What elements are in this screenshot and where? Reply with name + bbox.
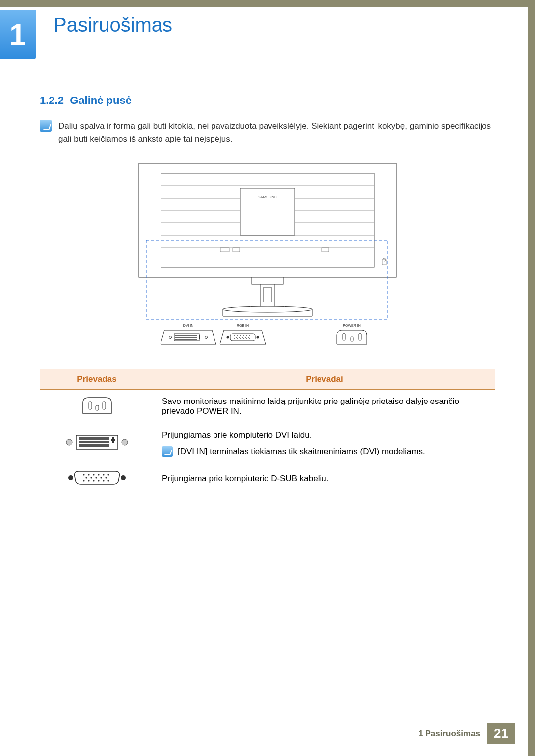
inline-note: [DVI IN] terminalas tiekiamas tik skaitm… bbox=[162, 446, 487, 457]
svg-point-36 bbox=[249, 335, 250, 336]
svg-point-45 bbox=[243, 338, 244, 339]
svg-point-34 bbox=[243, 335, 244, 336]
power-port-detail bbox=[337, 330, 367, 344]
svg-point-30 bbox=[257, 336, 259, 338]
svg-rect-14 bbox=[252, 277, 283, 284]
svg-point-66 bbox=[93, 474, 94, 475]
footer-page-number: 21 bbox=[487, 723, 515, 744]
dvi-port-icon bbox=[62, 432, 132, 452]
ports-table: Prievadas Prievadai Savo monitoriaus mai bbox=[40, 369, 495, 495]
svg-point-72 bbox=[95, 477, 97, 478]
svg-rect-28 bbox=[199, 335, 200, 339]
port-description: Prijungiamas prie kompiuterio DVI laidu. bbox=[162, 430, 487, 440]
svg-point-38 bbox=[239, 337, 240, 338]
svg-point-80 bbox=[107, 480, 109, 481]
note-icon bbox=[40, 120, 52, 132]
svg-point-67 bbox=[98, 474, 99, 475]
svg-point-70 bbox=[85, 477, 87, 478]
svg-point-43 bbox=[237, 338, 238, 339]
svg-text:DVI IN: DVI IN bbox=[183, 324, 194, 327]
svg-point-39 bbox=[242, 337, 243, 338]
svg-point-33 bbox=[240, 335, 241, 336]
svg-point-74 bbox=[105, 477, 107, 478]
svg-text:POWER IN: POWER IN bbox=[343, 324, 360, 327]
svg-point-29 bbox=[227, 336, 229, 338]
inline-note-text: [DVI IN] terminalas tiekiamas tik skaitm… bbox=[178, 447, 425, 456]
vga-port-detail bbox=[220, 330, 266, 344]
svg-rect-58 bbox=[79, 441, 109, 443]
svg-point-77 bbox=[93, 480, 94, 481]
svg-rect-59 bbox=[79, 444, 109, 447]
note-icon bbox=[162, 446, 173, 457]
section-heading: 1.2.2 Galinė pusė bbox=[40, 94, 495, 107]
svg-point-55 bbox=[122, 439, 128, 445]
monitor-rear-diagram: SAMSUNG DVI IN RGB IN POWER IN bbox=[134, 161, 401, 354]
svg-text:RGB IN: RGB IN bbox=[237, 324, 249, 327]
brand-logo: SAMSUNG bbox=[258, 195, 277, 199]
svg-point-64 bbox=[83, 474, 84, 475]
svg-point-73 bbox=[100, 477, 102, 478]
table-row: Prijungiamas prie kompiuterio DVI laidu.… bbox=[40, 424, 495, 463]
svg-point-75 bbox=[83, 480, 84, 481]
svg-point-65 bbox=[88, 474, 89, 475]
svg-point-62 bbox=[68, 475, 73, 480]
header-ports: Prievadai bbox=[154, 369, 495, 389]
svg-point-31 bbox=[234, 335, 235, 336]
svg-point-37 bbox=[236, 337, 237, 338]
port-description: Prijungiama prie kompiuterio D-SUB kabel… bbox=[154, 463, 495, 495]
table-row: Prijungiama prie kompiuterio D-SUB kabel… bbox=[40, 463, 495, 495]
svg-point-35 bbox=[246, 335, 247, 336]
svg-point-68 bbox=[103, 474, 104, 475]
header-port: Prievadas bbox=[40, 369, 154, 389]
svg-point-41 bbox=[248, 337, 249, 338]
power-port-icon bbox=[78, 396, 116, 415]
svg-point-71 bbox=[90, 477, 92, 478]
svg-point-63 bbox=[121, 475, 126, 480]
footer-chapter-label: 1 Pasiruošimas bbox=[411, 725, 487, 743]
svg-point-54 bbox=[66, 439, 72, 445]
table-row: Savo monitoriaus maitinimo laidą prijunk… bbox=[40, 389, 495, 424]
page-footer: 1 Pasiruošimas 21 bbox=[411, 723, 515, 744]
note-text: Dalių spalva ir forma gali būti kitokia,… bbox=[58, 120, 495, 146]
svg-rect-15 bbox=[260, 284, 275, 309]
svg-point-42 bbox=[234, 338, 235, 339]
chapter-number-tab: 1 bbox=[0, 10, 36, 59]
svg-point-44 bbox=[240, 338, 241, 339]
svg-point-46 bbox=[246, 338, 247, 339]
svg-point-40 bbox=[245, 337, 246, 338]
vga-port-icon bbox=[65, 469, 129, 486]
svg-point-47 bbox=[249, 338, 250, 339]
dvi-port-detail bbox=[160, 330, 216, 344]
svg-point-69 bbox=[107, 474, 109, 475]
svg-rect-57 bbox=[79, 437, 109, 440]
svg-rect-61 bbox=[112, 437, 114, 443]
note-block: Dalių spalva ir forma gali būti kitokia,… bbox=[40, 120, 495, 146]
port-description: Savo monitoriaus maitinimo laidą prijunk… bbox=[154, 389, 495, 424]
svg-point-76 bbox=[88, 480, 89, 481]
svg-point-79 bbox=[103, 480, 104, 481]
svg-point-17 bbox=[223, 306, 312, 312]
section-number: 1.2.2 bbox=[40, 94, 64, 106]
svg-point-32 bbox=[237, 335, 238, 336]
svg-point-78 bbox=[98, 480, 99, 481]
section-title: Galinė pusė bbox=[70, 94, 132, 106]
table-header-row: Prievadas Prievadai bbox=[40, 369, 495, 389]
